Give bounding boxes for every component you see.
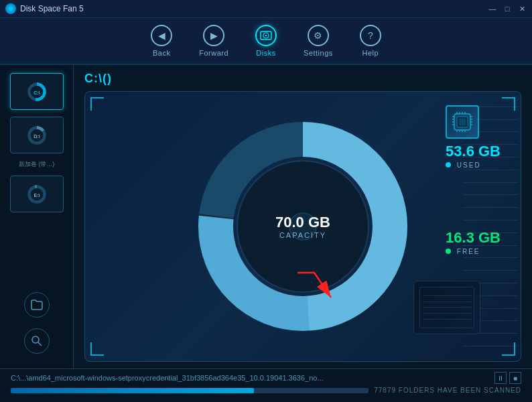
window-controls: — □ ✕	[488, 5, 527, 13]
sidebar-drive-e[interactable]: E:\	[10, 176, 64, 212]
scan-status-text: 77879 FOLDERS HAVE BEEN SCANNED	[374, 387, 521, 394]
settings-icon: ⚙	[308, 25, 329, 46]
pause-button[interactable]: ⏸	[494, 372, 507, 384]
red-arrow	[294, 269, 334, 308]
disk-hardware-panel	[413, 281, 480, 334]
capacity-value: 70.0 GB	[275, 214, 330, 231]
used-label: USED	[446, 161, 481, 169]
minimize-button[interactable]: —	[488, 5, 497, 13]
title-bar: Disk Space Fan 5 — □ ✕	[0, 0, 532, 18]
status-file-row: C:\...\amd64_microsoft-windows-setproxyc…	[11, 372, 521, 384]
svg-text:D:\: D:\	[34, 133, 40, 139]
free-value: 16.3 GB	[446, 229, 501, 247]
folder-icon-button[interactable]	[24, 292, 50, 318]
used-value: 53.6 GB	[446, 143, 501, 160]
free-label: FREE	[446, 248, 480, 255]
toolbar-forward[interactable]: ▶ Forward	[199, 25, 228, 57]
corner-bl	[90, 342, 104, 356]
forward-label: Forward	[199, 49, 228, 57]
corner-br	[502, 342, 515, 356]
breadcrumb: C:\()	[84, 72, 521, 86]
app-icon	[5, 3, 16, 14]
disks-label: Disks	[256, 49, 275, 57]
content-area: C:\()	[74, 65, 532, 368]
svg-point-12	[32, 336, 39, 343]
svg-text:E:\: E:\	[34, 192, 40, 198]
used-dot	[446, 162, 451, 168]
main-layout: C:\ D:\ 新加卷 (带…) E:\	[0, 65, 532, 368]
corner-tl	[90, 97, 104, 111]
toolbar: ◀ Back ▶ Forward Disks ⚙ Settings ? Help	[0, 18, 532, 65]
toolbar-help[interactable]: ? Help	[360, 25, 381, 57]
svg-point-2	[265, 35, 267, 36]
scan-controls: ⏸ ■	[494, 372, 521, 384]
new-volume-label: 新加卷 (带…)	[10, 160, 64, 169]
sidebar-drive-d[interactable]: D:\	[10, 117, 64, 153]
corner-tr	[502, 97, 515, 111]
sidebar: C:\ D:\ 新加卷 (带…) E:\	[0, 65, 74, 368]
progress-bar-background	[11, 388, 369, 393]
toolbar-settings[interactable]: ⚙ Settings	[304, 25, 333, 57]
donut-center-text: 70.0 GB CAPACITY	[275, 214, 330, 239]
status-bar: C:\...\amd64_microsoft-windows-setproxyc…	[0, 368, 532, 402]
toolbar-back[interactable]: ◀ Back	[151, 25, 172, 57]
free-dot	[446, 249, 451, 254]
help-icon: ?	[360, 25, 381, 46]
settings-label: Settings	[304, 49, 333, 57]
search-icon-button[interactable]	[24, 328, 50, 354]
maximize-button[interactable]: □	[503, 5, 512, 13]
app-title: Disk Space Fan 5	[20, 4, 488, 13]
sidebar-drive-c[interactable]: C:\	[10, 73, 64, 110]
stats-panel: 53.6 GB USED 16.3 GB FREE	[446, 105, 501, 255]
chip-icon	[446, 105, 479, 139]
help-label: Help	[362, 49, 379, 57]
sidebar-bottom	[24, 292, 50, 360]
back-icon: ◀	[151, 25, 172, 46]
svg-line-13	[38, 342, 42, 346]
disk-visualization: 70.0 GB CAPACITY	[84, 91, 521, 362]
progress-row: 77879 FOLDERS HAVE BEEN SCANNED	[11, 387, 521, 394]
capacity-label: CAPACITY	[275, 231, 330, 239]
progress-bar-fill	[11, 388, 254, 393]
current-file-path: C:\...\amd64_microsoft-windows-setproxyc…	[11, 374, 489, 382]
stop-button[interactable]: ■	[509, 372, 521, 384]
disks-icon	[255, 25, 277, 46]
free-stat: 16.3 GB FREE	[446, 229, 501, 255]
back-label: Back	[153, 49, 170, 57]
used-stat: 53.6 GB USED	[446, 105, 501, 169]
forward-icon: ▶	[203, 25, 224, 46]
close-button[interactable]: ✕	[517, 5, 527, 13]
svg-text:C:\: C:\	[34, 90, 40, 95]
toolbar-disks[interactable]: Disks	[255, 25, 277, 57]
